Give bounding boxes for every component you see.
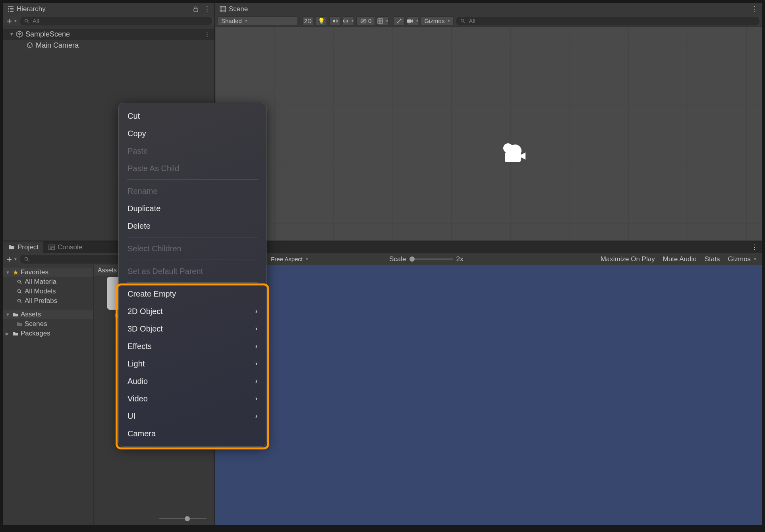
thumbnail-size-slider[interactable] xyxy=(94,515,214,522)
ctx-item-3d-object[interactable]: 3D Object› xyxy=(119,320,266,337)
mute-audio-button[interactable]: Mute Audio xyxy=(661,254,699,264)
lock-icon[interactable] xyxy=(192,6,199,13)
chevron-right-icon: › xyxy=(255,378,257,385)
svg-point-1 xyxy=(25,19,27,22)
lightbulb-icon: 💡 xyxy=(318,17,325,25)
packages-header[interactable]: ▶ Packages xyxy=(3,329,93,338)
menu-separator xyxy=(127,179,258,180)
ctx-item-video[interactable]: Video› xyxy=(119,390,266,407)
kebab-icon[interactable]: ⋮ xyxy=(751,6,758,13)
svg-point-13 xyxy=(18,290,21,293)
folder-icon xyxy=(12,311,19,318)
search-icon xyxy=(16,297,23,305)
camera-settings-dropdown[interactable] xyxy=(407,16,418,26)
hierarchy-scene-row[interactable]: ▼ SampleScene ⋮ xyxy=(3,29,214,40)
audio-toggle[interactable] xyxy=(329,16,340,26)
favorite-item[interactable]: All Prefabs xyxy=(3,296,93,306)
ctx-item-paste: Paste xyxy=(119,142,266,160)
hidden-objects-button[interactable]: 0 xyxy=(356,16,375,26)
hierarchy-item-label: Main Camera xyxy=(36,41,79,50)
svg-rect-9 xyxy=(505,152,521,162)
svg-rect-0 xyxy=(194,9,198,12)
ctx-item-audio[interactable]: Audio› xyxy=(119,372,266,390)
chevron-right-icon: › xyxy=(255,308,257,315)
svg-rect-4 xyxy=(378,19,382,23)
maximize-on-play-button[interactable]: Maximize On Play xyxy=(598,254,657,264)
shading-mode-dropdown[interactable]: Shaded xyxy=(218,16,297,26)
ctx-item-light[interactable]: Light› xyxy=(119,355,266,372)
project-create-dropdown[interactable]: ▼ xyxy=(6,256,17,263)
scene-toolbar: Shaded 2D 💡 0 xyxy=(215,15,762,27)
tab-console[interactable]: Console xyxy=(43,241,87,253)
ctx-item-copy[interactable]: Copy xyxy=(119,125,266,142)
tab-project[interactable]: Project xyxy=(3,241,43,253)
scene-tab[interactable]: Scene ⋮ xyxy=(215,3,762,15)
expand-arrow-icon[interactable]: ▶ xyxy=(6,331,10,336)
hierarchy-item-main-camera[interactable]: Main Camera xyxy=(3,40,214,51)
game-viewport[interactable] xyxy=(215,265,762,525)
ctx-item-cut[interactable]: Cut xyxy=(119,107,266,125)
scene-tab-label: Scene xyxy=(229,5,248,13)
search-icon xyxy=(459,17,466,25)
ctx-item-2d-object[interactable]: 2D Object› xyxy=(119,303,266,320)
favorite-item[interactable]: All Models xyxy=(3,287,93,296)
tools-icon xyxy=(396,17,403,25)
lighting-toggle[interactable]: 💡 xyxy=(316,16,327,26)
game-gizmos-dropdown[interactable]: Gizmos▼ xyxy=(725,254,759,264)
svg-point-14 xyxy=(18,299,21,302)
unity-scene-icon xyxy=(16,31,23,38)
camera-icon xyxy=(407,17,413,25)
ctx-item-rename: Rename xyxy=(119,182,266,200)
camera-gizmo-icon[interactable] xyxy=(499,142,527,164)
hierarchy-search-input[interactable]: All xyxy=(20,17,212,25)
scene-2d-toggle[interactable]: 2D xyxy=(302,16,313,26)
assets-header[interactable]: ▼ Assets xyxy=(3,310,93,319)
expand-arrow-icon[interactable]: ▼ xyxy=(6,270,10,275)
effects-dropdown[interactable] xyxy=(343,16,354,26)
chevron-right-icon: › xyxy=(255,395,257,402)
svg-point-12 xyxy=(18,280,21,283)
game-toolbar: Display 1 Free Aspect Scale 2x Maximize … xyxy=(215,253,762,265)
ctx-item-delete[interactable]: Delete xyxy=(119,217,266,235)
search-icon xyxy=(23,256,30,263)
kebab-icon[interactable]: ⋮ xyxy=(204,30,211,39)
cube-icon xyxy=(26,42,33,49)
kebab-icon[interactable]: ⋮ xyxy=(203,6,211,13)
tools-button[interactable] xyxy=(394,16,405,26)
ctx-item-select-children: Select Children xyxy=(119,240,266,257)
folder-icon xyxy=(12,330,19,337)
star-icon: ★ xyxy=(12,269,19,276)
stats-button[interactable]: Stats xyxy=(702,254,722,264)
ctx-item-ui[interactable]: UI› xyxy=(119,407,266,425)
ctx-item-create-empty[interactable]: Create Empty xyxy=(119,285,266,303)
svg-point-11 xyxy=(25,257,27,260)
aspect-dropdown[interactable]: Free Aspect xyxy=(268,254,387,264)
ctx-item-duplicate[interactable]: Duplicate xyxy=(119,200,266,217)
eye-off-icon xyxy=(360,17,367,25)
scale-slider[interactable]: Scale 2x xyxy=(389,255,464,263)
search-icon xyxy=(16,278,23,285)
menu-separator xyxy=(127,260,258,260)
favorite-item[interactable]: All Materia xyxy=(3,277,93,287)
scene-icon xyxy=(219,6,226,13)
kebab-icon[interactable]: ⋮ xyxy=(751,243,758,251)
chevron-right-icon: › xyxy=(255,412,257,420)
hierarchy-toolbar: ▼ All xyxy=(3,15,214,27)
svg-rect-5 xyxy=(407,19,411,23)
expand-arrow-icon[interactable]: ▼ xyxy=(10,32,14,37)
fx-icon xyxy=(343,17,348,25)
favorites-header[interactable]: ▼ ★ Favorites xyxy=(3,268,93,277)
ctx-item-effects[interactable]: Effects› xyxy=(119,337,266,355)
create-dropdown[interactable]: ▼ xyxy=(6,17,17,25)
gizmos-dropdown[interactable]: Gizmos xyxy=(421,16,454,26)
grid-dropdown[interactable] xyxy=(377,16,388,26)
expand-arrow-icon[interactable]: ▼ xyxy=(6,312,10,317)
svg-point-6 xyxy=(461,19,464,22)
ctx-item-set-as-default-parent: Set as Default Parent xyxy=(119,262,266,280)
ctx-item-camera[interactable]: Camera xyxy=(119,425,266,442)
hierarchy-tab[interactable]: Hierarchy ⋮ xyxy=(3,3,214,15)
folder-icon xyxy=(8,244,15,251)
tree-item-scenes[interactable]: Scenes xyxy=(3,319,93,329)
scene-search-input[interactable]: All xyxy=(456,17,759,25)
scene-viewport[interactable] xyxy=(215,27,762,241)
